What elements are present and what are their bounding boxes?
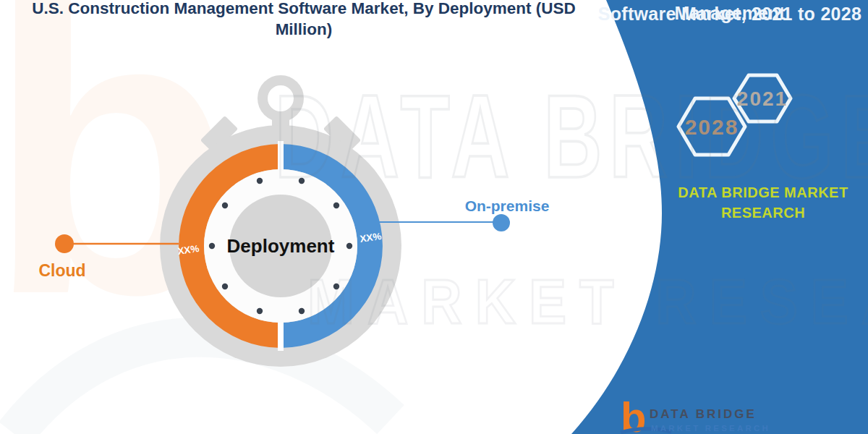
brand-name-line2: RESEARCH bbox=[644, 203, 868, 223]
hexagon-2021-label: 2021 bbox=[737, 88, 788, 110]
logo-name: DATA BRIDGE bbox=[650, 407, 757, 422]
logo-subtitle: MARKET RESEARCH bbox=[651, 424, 770, 433]
hexagon-2028-label: 2028 bbox=[685, 115, 739, 139]
infographic-canvas: b U.S. Construction Management Software … bbox=[0, 0, 868, 434]
banner-heading: Software Market, 2021 to 2028 bbox=[596, 4, 864, 25]
brand-name: DATA BRIDGE MARKET RESEARCH bbox=[644, 182, 868, 223]
brand-name-line1: DATA BRIDGE MARKET bbox=[644, 182, 868, 203]
